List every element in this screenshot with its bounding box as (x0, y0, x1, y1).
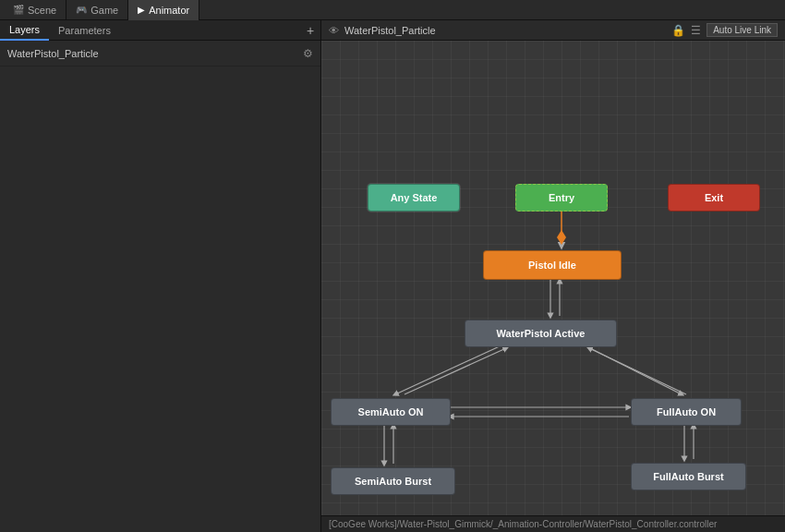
tab-parameters[interactable]: Parameters (49, 20, 120, 41)
auto-live-button[interactable]: Auto Live Link (706, 23, 778, 37)
scene-icon: 🎬 (13, 5, 24, 15)
node-fullauto-burst[interactable]: FullAuto Burst (631, 463, 746, 490)
game-icon: 🎮 (76, 5, 87, 15)
svg-line-4 (395, 345, 501, 394)
svg-line-6 (585, 345, 682, 394)
layer-row[interactable]: WaterPistol_Particle ⚙ (0, 41, 320, 66)
node-waterpistol-active-label: WaterPistol Active (497, 328, 586, 339)
tab-scene[interactable]: 🎬 Scene (4, 0, 66, 20)
tab-game[interactable]: 🎮 Game (66, 0, 128, 20)
node-fullauto-on-label: FullAuto ON (657, 406, 716, 417)
left-panel-tab-bar: Layers Parameters + (0, 20, 320, 41)
svg-line-7 (589, 348, 686, 394)
node-fullauto-burst-label: FullAuto Burst (653, 471, 723, 482)
node-waterpistol-active[interactable]: WaterPistol Active (465, 320, 617, 347)
svg-marker-1 (557, 230, 566, 245)
tab-layers[interactable]: Layers (0, 20, 49, 41)
animator-header: 👁 WaterPistol_Particle 🔒 ☰ Auto Live Lin… (321, 20, 785, 41)
animator-icon: ▶ (138, 5, 145, 15)
node-semiauto-burst[interactable]: SemiAuto Burst (331, 467, 455, 495)
node-exit[interactable]: Exit (668, 184, 760, 212)
add-layer-button[interactable]: + (300, 20, 320, 41)
node-any-state-label: Any State (391, 192, 438, 203)
layer-name: WaterPistol_Particle (7, 48, 99, 59)
status-bar: [CooGee Works]/Water-Pistol_Gimmick/_Ani… (321, 515, 785, 532)
node-semiauto-on-label: SemiAuto ON (358, 406, 424, 417)
node-entry[interactable]: Entry (515, 184, 608, 212)
lock-icon[interactable]: 🔒 (671, 24, 685, 37)
right-panel: 👁 WaterPistol_Particle 🔒 ☰ Auto Live Lin… (321, 20, 785, 532)
node-pistol-idle-label: Pistol Idle (528, 260, 576, 271)
node-semiauto-on[interactable]: SemiAuto ON (331, 398, 451, 426)
main-layout: Layers Parameters + WaterPistol_Particle… (0, 20, 785, 532)
left-panel: Layers Parameters + WaterPistol_Particle… (0, 20, 321, 532)
node-any-state[interactable]: Any State (368, 184, 460, 212)
gear-icon[interactable]: ⚙ (303, 47, 313, 60)
animator-canvas[interactable]: Any State Entry Exit Pistol Idle WaterPi… (321, 41, 785, 515)
node-entry-label: Entry (549, 192, 574, 203)
node-exit-label: Exit (705, 192, 723, 203)
node-semiauto-burst-label: SemiAuto Burst (355, 476, 431, 487)
status-text: [CooGee Works]/Water-Pistol_Gimmick/_Ani… (329, 519, 717, 529)
animator-title-label: WaterPistol_Particle (344, 25, 436, 36)
top-tab-bar: 🎬 Scene 🎮 Game ▶ Animator (0, 0, 785, 20)
menu-icon[interactable]: ☰ (691, 24, 701, 37)
svg-line-5 (405, 348, 506, 394)
node-pistol-idle[interactable]: Pistol Idle (483, 250, 622, 280)
eye-icon: 👁 (329, 25, 339, 36)
node-fullauto-on[interactable]: FullAuto ON (631, 398, 742, 426)
tab-animator[interactable]: ▶ Animator (128, 0, 199, 20)
